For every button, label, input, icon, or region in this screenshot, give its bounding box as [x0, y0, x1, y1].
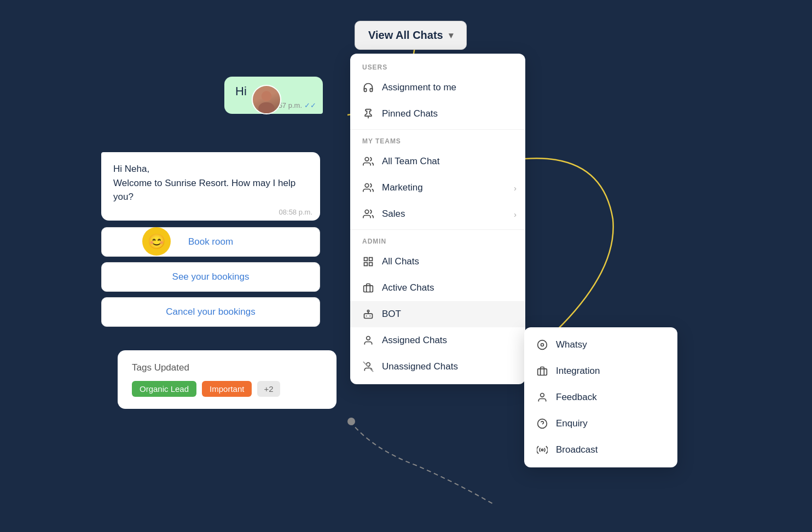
svg-rect-8	[364, 258, 368, 261]
marketing-chevron-icon: ›	[514, 183, 517, 193]
broadcast-icon	[536, 444, 548, 456]
menu-item-broadcast[interactable]: Broadcast	[524, 437, 677, 463]
chevron-down-icon: ▾	[449, 30, 453, 41]
svg-point-18	[367, 337, 370, 340]
sales-chevron-icon: ›	[514, 210, 517, 219]
pinned-label: Pinned Chats	[382, 108, 438, 119]
all-team-icon	[362, 155, 374, 167]
active-chats-label: Active Chats	[382, 282, 434, 293]
hi-bubble-text: Hi	[235, 84, 247, 98]
chat-area: Hi 08:57 p.m. ✓✓ 😊 Hi Neha,Welcome to Su…	[71, 77, 388, 327]
menu-item-bot[interactable]: BOT	[350, 301, 525, 327]
book-room-button[interactable]: Book room	[101, 227, 320, 257]
svg-point-5	[365, 158, 369, 161]
see-bookings-button[interactable]: See your bookings	[101, 262, 320, 292]
svg-point-27	[541, 449, 543, 450]
svg-point-7	[365, 210, 369, 214]
sales-icon	[362, 208, 374, 220]
bot-label: BOT	[382, 309, 401, 320]
menu-item-active-chats[interactable]: Active Chats	[350, 275, 525, 301]
enquiry-label: Enquiry	[556, 418, 588, 429]
enquiry-icon	[536, 418, 548, 430]
all-chats-label: All Chats	[382, 256, 419, 267]
check-icon: ✓✓	[304, 101, 316, 109]
unassigned-chats-label: Unassigned Chats	[382, 361, 458, 372]
bot-emoji-icon: 😊	[142, 227, 171, 256]
broadcast-label: Broadcast	[556, 444, 598, 455]
feedback-label: Feedback	[556, 392, 597, 403]
menu-item-whatsy[interactable]: Whatsy	[524, 332, 677, 358]
action-buttons: Book room See your bookings Cancel your …	[101, 227, 320, 327]
pin-icon	[362, 108, 374, 120]
section-users-label: USERS	[350, 58, 525, 74]
svg-point-2	[258, 102, 275, 114]
view-all-chats-label: View All Chats	[368, 29, 443, 42]
avatar	[252, 85, 281, 114]
unassigned-chats-icon	[362, 361, 374, 373]
tags-card-title: Tags Updated	[132, 362, 322, 373]
menu-item-unassigned-chats[interactable]: Unassigned Chats	[350, 354, 525, 380]
svg-rect-10	[364, 263, 368, 266]
assigned-chats-icon	[362, 334, 374, 346]
welcome-text: Hi Neha,Welcome to Sunrise Resort. How m…	[113, 162, 308, 204]
svg-point-22	[541, 344, 544, 346]
svg-point-14	[367, 310, 369, 312]
tag-more: +2	[257, 381, 280, 397]
whatsy-label: Whatsy	[556, 339, 587, 350]
all-team-chat-label: All Team Chat	[382, 156, 440, 167]
svg-point-21	[538, 340, 547, 350]
all-chats-icon	[362, 256, 374, 268]
svg-point-3	[262, 91, 272, 101]
tags-card: Tags Updated Organic Lead Important +2	[118, 350, 337, 409]
bot-icon	[362, 308, 374, 320]
menu-item-sales[interactable]: Sales ›	[350, 201, 525, 227]
menu-item-pinned[interactable]: Pinned Chats	[350, 101, 525, 127]
active-chats-icon	[362, 282, 374, 294]
primary-dropdown-menu: USERS Assignment to me Pinned Chats MY T…	[350, 54, 525, 384]
menu-item-all-chats[interactable]: All Chats	[350, 248, 525, 275]
svg-point-0	[347, 418, 355, 425]
integration-icon	[536, 365, 548, 377]
svg-rect-11	[369, 263, 373, 266]
welcome-time: 08:58 p.m.	[279, 208, 312, 216]
menu-item-integration[interactable]: Integration	[524, 358, 677, 384]
welcome-bubble: Hi Neha,Welcome to Sunrise Resort. How m…	[101, 152, 320, 221]
tag-organic-lead[interactable]: Organic Lead	[132, 381, 196, 397]
svg-point-24	[541, 394, 544, 397]
view-all-chats-button[interactable]: View All Chats ▾	[355, 21, 467, 50]
svg-rect-13	[364, 314, 373, 318]
menu-item-enquiry[interactable]: Enquiry	[524, 410, 677, 437]
cancel-bookings-button[interactable]: Cancel your bookings	[101, 297, 320, 327]
menu-item-feedback[interactable]: Feedback	[524, 384, 677, 410]
assignment-label: Assignment to me	[382, 82, 456, 93]
sales-label: Sales	[382, 209, 405, 219]
tag-important[interactable]: Important	[202, 381, 252, 397]
tags-row: Organic Lead Important +2	[132, 381, 322, 397]
section-my-teams-label: MY TEAMS	[350, 132, 525, 148]
whatsy-icon	[536, 339, 548, 351]
menu-item-all-team-chat[interactable]: All Team Chat	[350, 148, 525, 175]
svg-rect-23	[538, 369, 547, 375]
divider-teams	[350, 129, 525, 130]
avatar-image	[253, 86, 280, 113]
section-admin-label: ADMIN	[350, 232, 525, 248]
svg-point-6	[365, 184, 369, 188]
svg-rect-12	[364, 286, 373, 292]
feedback-icon	[536, 391, 548, 403]
divider-admin	[350, 229, 525, 230]
marketing-label: Marketing	[382, 182, 423, 193]
svg-rect-9	[369, 258, 373, 261]
menu-item-marketing[interactable]: Marketing ›	[350, 175, 525, 201]
menu-item-assignment[interactable]: Assignment to me	[350, 74, 525, 101]
integration-label: Integration	[556, 366, 600, 377]
assigned-chats-label: Assigned Chats	[382, 335, 447, 346]
secondary-bot-menu: Whatsy Integration Feedback	[524, 327, 677, 467]
marketing-icon	[362, 182, 374, 194]
headset-icon	[362, 82, 374, 94]
menu-item-assigned-chats[interactable]: Assigned Chats	[350, 327, 525, 354]
